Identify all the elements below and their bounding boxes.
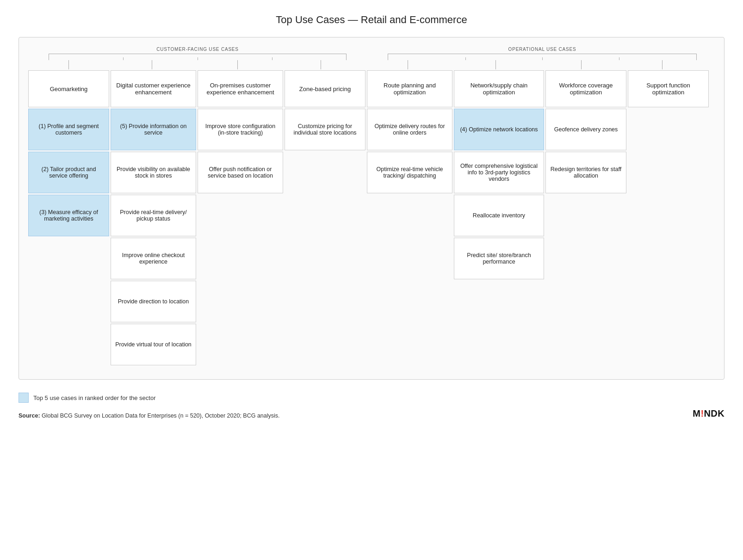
- table-cell: (5) Provide information on service: [111, 109, 196, 150]
- table-cell: [628, 152, 709, 193]
- col-header-1: Digital customer experience enhancement: [111, 70, 196, 107]
- table-cell: [285, 281, 365, 322]
- table-row: (3) Measure efficacy of marketing activi…: [28, 195, 715, 236]
- source-text: Source: Global BCG Survey on Location Da…: [19, 412, 280, 419]
- table-cell: [545, 281, 626, 322]
- table-cell: Optimize real-time vehicle tracking/ dis…: [367, 152, 452, 193]
- footer: Top 5 use cases in ranked order for the …: [19, 393, 724, 419]
- table-cell: [198, 238, 283, 279]
- page-title: Top Use Cases — Retail and E-commerce: [19, 14, 724, 26]
- legend-box: [19, 393, 29, 403]
- table-cell: Reallocate inventory: [454, 195, 544, 236]
- table-cell: [28, 238, 109, 279]
- table-cell: Customize pricing for individual store l…: [285, 109, 365, 150]
- table-cell: [285, 324, 365, 365]
- col-header-3: Zone-based pricing: [285, 70, 365, 107]
- table-cell: [367, 324, 452, 365]
- table-cell: Offer push notification or service based…: [198, 152, 283, 193]
- table-cell: Provide real-time delivery/ pickup statu…: [111, 195, 196, 236]
- table-row: (1) Profile and segment customers(5) Pro…: [28, 109, 715, 150]
- table-cell: [28, 324, 109, 365]
- source-label: Source:: [19, 412, 40, 419]
- table-cell: [628, 109, 709, 150]
- table-row: Provide virtual tour of location: [28, 324, 715, 365]
- table-cell: [198, 281, 283, 322]
- exclamation: !: [700, 408, 704, 418]
- table-cell: [628, 281, 709, 322]
- table-cell: [285, 152, 365, 193]
- col-header-0: Geomarketing: [28, 70, 109, 107]
- col-header-2: On-premises customer experience enhancem…: [198, 70, 283, 107]
- table-cell: [628, 195, 709, 236]
- table-cell: Provide visibility on available stock in…: [111, 152, 196, 193]
- table-cell: Improve store configuration (in-store tr…: [198, 109, 283, 150]
- table-cell: [545, 238, 626, 279]
- data-rows: (1) Profile and segment customers(5) Pro…: [28, 109, 715, 365]
- table-cell: [28, 281, 109, 322]
- table-cell: [285, 238, 365, 279]
- col-header-7: Support function optimization: [628, 70, 709, 107]
- table-cell: [628, 238, 709, 279]
- table-cell: Provide direction to location: [111, 281, 196, 322]
- mindk-logo: M!NDK: [693, 408, 724, 419]
- main-container: CUSTOMER-FACING USE CASES OPERATIONAL US…: [19, 37, 724, 380]
- table-cell: Offer comprehensive logistical info to 3…: [454, 152, 544, 193]
- table-cell: (3) Measure efficacy of marketing activi…: [28, 195, 109, 236]
- col-header-6: Workforce coverage optimization: [545, 70, 626, 107]
- source-content: Global BCG Survey on Location Data for E…: [42, 412, 280, 419]
- table-cell: (1) Profile and segment customers: [28, 109, 109, 150]
- col-header-4: Route planning and optimization: [367, 70, 452, 107]
- table-cell: [454, 281, 544, 322]
- table-cell: [367, 281, 452, 322]
- table-cell: Optimize delivery routes for online orde…: [367, 109, 452, 150]
- table-row: (2) Tailor product and service offeringP…: [28, 152, 715, 193]
- table-cell: Predict site/ store/branch performance: [454, 238, 544, 279]
- table-row: Improve online checkout experiencePredic…: [28, 238, 715, 279]
- table-cell: [367, 238, 452, 279]
- table-cell: [198, 324, 283, 365]
- table-cell: [454, 324, 544, 365]
- table-cell: [198, 195, 283, 236]
- table-cell: [285, 195, 365, 236]
- table-cell: (4) Optimize network locations: [454, 109, 544, 150]
- table-cell: [628, 324, 709, 365]
- table-cell: Improve online checkout experience: [111, 238, 196, 279]
- operational-category-label: OPERATIONAL USE CASES: [508, 47, 576, 52]
- table-cell: (2) Tailor product and service offering: [28, 152, 109, 193]
- table-cell: Geofence delivery zones: [545, 109, 626, 150]
- table-cell: [545, 324, 626, 365]
- legend-text: Top 5 use cases in ranked order for the …: [33, 394, 155, 401]
- table-row: Provide direction to location: [28, 281, 715, 322]
- table-cell: [545, 195, 626, 236]
- table-cell: [367, 195, 452, 236]
- table-cell: Provide virtual tour of location: [111, 324, 196, 365]
- customer-category-label: CUSTOMER-FACING USE CASES: [156, 47, 239, 52]
- table-cell: Redesign territories for staff allocatio…: [545, 152, 626, 193]
- col-header-5: Network/supply chain optimization: [454, 70, 544, 107]
